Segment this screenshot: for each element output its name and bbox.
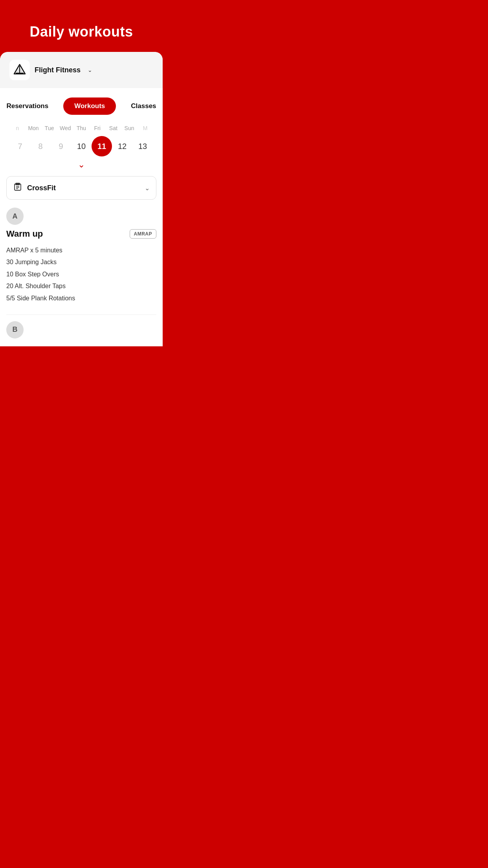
calendar-dates: 7 8 9 10 11 12 13 xyxy=(6,134,156,156)
day-label-fri: Fri xyxy=(89,123,105,134)
section-avatar-a: A xyxy=(6,208,24,225)
clipboard-icon xyxy=(13,182,22,194)
day-label-sun: Sun xyxy=(121,123,138,134)
date-11[interactable]: 11 xyxy=(92,136,112,156)
date-7[interactable]: 7 xyxy=(10,136,30,156)
day-col-thu: Thu xyxy=(73,123,90,134)
main-card: Flight Fitness ⌄ Reservations Workouts C… xyxy=(0,52,163,346)
date-12[interactable]: 12 xyxy=(112,136,132,156)
day-col-wed: Wed xyxy=(57,123,73,134)
day-label-wed: Wed xyxy=(57,123,73,134)
day-label-thu: Thu xyxy=(73,123,90,134)
calendar-expand-icon[interactable]: ⌄ xyxy=(78,160,85,170)
date-num-10[interactable]: 10 xyxy=(71,136,92,156)
workout-line-4: 20 Alt. Shoulder Taps xyxy=(6,280,156,292)
day-col-sat: Sat xyxy=(105,123,121,134)
day-label-partial-left: n xyxy=(9,123,26,134)
date-num-8[interactable]: 8 xyxy=(30,136,51,156)
workout-line-3: 10 Box Step Overs xyxy=(6,268,156,280)
date-9[interactable]: 9 xyxy=(51,136,71,156)
gym-selector[interactable]: Flight Fitness ⌄ xyxy=(0,52,163,88)
date-spacer-right xyxy=(153,136,153,156)
tab-bar: Reservations Workouts Classes xyxy=(0,88,163,123)
date-num-11[interactable]: 11 xyxy=(92,136,112,156)
day-label-tue: Tue xyxy=(41,123,57,134)
day-col-fri: Fri xyxy=(89,123,105,134)
gym-logo xyxy=(9,60,30,80)
day-col-partial-left: n xyxy=(9,123,26,134)
workout-type-selector[interactable]: CrossFit ⌄ xyxy=(6,176,156,200)
day-label-sat: Sat xyxy=(105,123,121,134)
gym-logo-icon xyxy=(13,63,27,77)
section-badge-amrap: AMRAP xyxy=(130,229,157,239)
header: Daily workouts xyxy=(0,0,163,52)
white-card: Reservations Workouts Classes n Mon Tue … xyxy=(0,88,163,346)
date-num-7[interactable]: 7 xyxy=(10,136,30,156)
tab-workouts[interactable]: Workouts xyxy=(63,97,116,115)
tab-reservations[interactable]: Reservations xyxy=(0,97,59,115)
workout-line-1: AMRAP x 5 minutes xyxy=(6,245,156,256)
date-8[interactable]: 8 xyxy=(30,136,51,156)
section-header-a: Warm up AMRAP xyxy=(6,229,156,239)
workout-type-chevron-icon: ⌄ xyxy=(145,184,150,192)
date-num-9[interactable]: 9 xyxy=(51,136,71,156)
workout-line-2: 30 Jumping Jacks xyxy=(6,256,156,268)
date-10[interactable]: 10 xyxy=(71,136,92,156)
day-col-tue: Tue xyxy=(41,123,57,134)
section-divider xyxy=(6,314,156,315)
workout-line-5: 5/5 Side Plank Rotations xyxy=(6,292,156,304)
calendar: n Mon Tue Wed Thu Fri Sat xyxy=(0,123,163,156)
day-label-mon: Mon xyxy=(26,123,42,134)
calendar-days-header: n Mon Tue Wed Thu Fri Sat xyxy=(6,123,156,134)
tab-classes[interactable]: Classes xyxy=(120,97,163,115)
section-title-warmup: Warm up xyxy=(6,229,43,239)
page-title: Daily workouts xyxy=(8,24,155,40)
day-label-partial-right: M xyxy=(137,123,153,134)
workout-type-name: CrossFit xyxy=(27,184,140,192)
calendar-expand-row[interactable]: ⌄ xyxy=(0,156,163,176)
date-num-12[interactable]: 12 xyxy=(112,136,132,156)
section-a: A Warm up AMRAP AMRAP x 5 minutes 30 Jum… xyxy=(0,208,163,308)
gym-dropdown-icon[interactable]: ⌄ xyxy=(88,67,92,73)
day-col-sun: Sun xyxy=(121,123,138,134)
day-col-mon: Mon xyxy=(26,123,42,134)
date-num-13[interactable]: 13 xyxy=(132,136,153,156)
date-13[interactable]: 13 xyxy=(132,136,153,156)
gym-name: Flight Fitness xyxy=(35,66,81,74)
workout-details-a: AMRAP x 5 minutes 30 Jumping Jacks 10 Bo… xyxy=(6,245,156,308)
section-avatar-b: B xyxy=(6,321,24,338)
day-col-partial-right: M xyxy=(137,123,153,134)
